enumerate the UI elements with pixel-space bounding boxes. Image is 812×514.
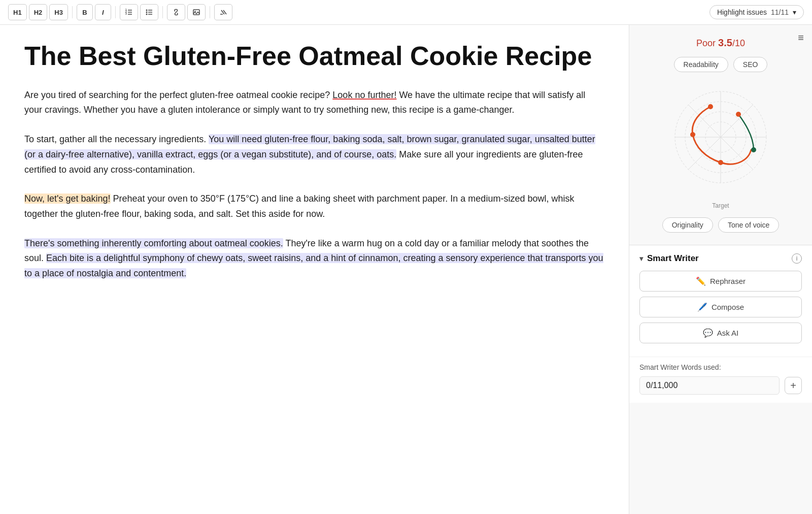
- editor-toolbar: H1 H2 H3 B I 1 2 3: [0, 0, 812, 25]
- panel-menu-button[interactable]: ≡: [798, 32, 804, 44]
- article-title: The Best Gluten-Free Oatmeal Cookie Reci…: [24, 41, 604, 72]
- h3-button[interactable]: H3: [49, 4, 68, 20]
- svg-point-6: [146, 10, 147, 11]
- originality-button[interactable]: Originality: [662, 217, 713, 233]
- ask-ai-icon: 💬: [703, 328, 713, 338]
- metric-buttons-top: Readability SEO: [674, 57, 768, 72]
- separator-4: [210, 6, 210, 18]
- readability-button[interactable]: Readability: [674, 57, 728, 72]
- link-button[interactable]: [167, 4, 185, 20]
- paragraph-4: There's something inherently comforting …: [24, 236, 604, 281]
- editor-area[interactable]: The Best Gluten-Free Oatmeal Cookie Reci…: [0, 25, 629, 514]
- ordered-list-button[interactable]: 1 2 3: [120, 4, 138, 20]
- metric-buttons-bottom: Originality Tone of voice: [662, 217, 780, 233]
- clear-format-button[interactable]: [214, 4, 232, 20]
- radar-chart: [660, 76, 782, 198]
- paragraph-1: Are you tired of searching for the perfe…: [24, 88, 604, 118]
- bold-button[interactable]: B: [77, 4, 93, 20]
- compose-label: Compose: [712, 303, 744, 311]
- smart-writer-section: ▾ Smart Writer i ✏️ Rephraser 🖊️ Compose…: [629, 245, 812, 357]
- ask-ai-button[interactable]: 💬 Ask AI: [639, 323, 802, 343]
- smart-writer-label: Smart Writer: [647, 253, 699, 264]
- image-button[interactable]: [187, 4, 206, 20]
- score-suffix: /10: [732, 38, 745, 48]
- rephraser-label: Rephraser: [710, 277, 746, 285]
- compose-icon: 🖊️: [697, 302, 707, 312]
- words-used-label: Smart Writer Words used:: [639, 363, 802, 371]
- svg-point-14: [194, 11, 195, 12]
- radar-svg: [660, 76, 782, 198]
- words-used-section: Smart Writer Words used: 0/11,000 +: [629, 357, 812, 403]
- link-icon: [172, 8, 180, 16]
- para1-text-before: Are you tired of searching for the perfe…: [24, 90, 332, 100]
- highlight-selector[interactable]: Highlight issues 11/11 ▾: [709, 5, 804, 19]
- image-icon: [192, 8, 200, 16]
- seo-button[interactable]: SEO: [733, 57, 768, 72]
- svg-point-25: [718, 160, 723, 165]
- right-panel: ≡ Poor 3.5/10 Readability SEO: [629, 25, 812, 514]
- score-number: 3.5: [718, 37, 732, 48]
- clear-format-icon: [219, 8, 227, 16]
- dropdown-chevron-icon: ▾: [793, 8, 796, 16]
- rephraser-button[interactable]: ✏️ Rephraser: [639, 271, 802, 292]
- smart-writer-header: ▾ Smart Writer i: [639, 253, 802, 264]
- highlight-label: Highlight issues: [717, 8, 767, 16]
- rephraser-icon: ✏️: [696, 276, 706, 286]
- unordered-list-icon: [145, 8, 153, 16]
- ordered-list-icon: 1 2 3: [125, 8, 133, 16]
- collapse-icon[interactable]: ▾: [639, 254, 643, 263]
- separator-2: [115, 6, 116, 18]
- target-label: Target: [712, 202, 729, 209]
- unordered-list-button[interactable]: [140, 4, 158, 20]
- separator-3: [162, 6, 163, 18]
- para1-highlight-underline: Look no further!: [332, 90, 396, 100]
- para4-highlight-blue2: Each bite is a delightful symphony of ch…: [24, 253, 603, 278]
- paragraph-2: To start, gather all the necessary ingre…: [24, 132, 604, 177]
- svg-point-23: [708, 104, 713, 109]
- para4-highlight-blue1: There's something inherently comforting …: [24, 238, 283, 248]
- main-layout: The Best Gluten-Free Oatmeal Cookie Reci…: [0, 25, 812, 514]
- svg-line-12: [175, 11, 177, 13]
- score-section: Poor 3.5/10 Readability SEO: [629, 25, 812, 245]
- svg-point-24: [690, 132, 695, 137]
- svg-text:3: 3: [125, 12, 127, 15]
- svg-point-27: [751, 147, 756, 152]
- compose-button[interactable]: 🖊️ Compose: [639, 297, 802, 317]
- svg-point-26: [736, 112, 741, 117]
- ask-ai-label: Ask AI: [717, 329, 739, 337]
- score-display: Poor 3.5/10: [696, 37, 745, 49]
- separator-1: [72, 6, 73, 18]
- para2-text-before: To start, gather all the necessary ingre…: [24, 134, 209, 144]
- para3-highlight-orange: Now, let's get baking!: [24, 194, 111, 204]
- italic-button[interactable]: I: [95, 4, 111, 20]
- tone-of-voice-button[interactable]: Tone of voice: [718, 217, 780, 233]
- svg-point-8: [146, 14, 147, 15]
- words-used-count: 0/11,000: [639, 376, 780, 395]
- h1-button[interactable]: H1: [8, 4, 27, 20]
- highlight-count: 11/11: [771, 8, 789, 16]
- paragraph-3: Now, let's get baking! Preheat your oven…: [24, 191, 604, 221]
- h2-button[interactable]: H2: [29, 4, 48, 20]
- svg-point-7: [146, 12, 147, 13]
- smart-writer-title: ▾ Smart Writer: [639, 253, 699, 264]
- words-add-button[interactable]: +: [785, 377, 802, 394]
- score-label-poor: Poor: [696, 38, 718, 48]
- info-icon[interactable]: i: [792, 253, 802, 264]
- words-used-row: 0/11,000 +: [639, 376, 802, 395]
